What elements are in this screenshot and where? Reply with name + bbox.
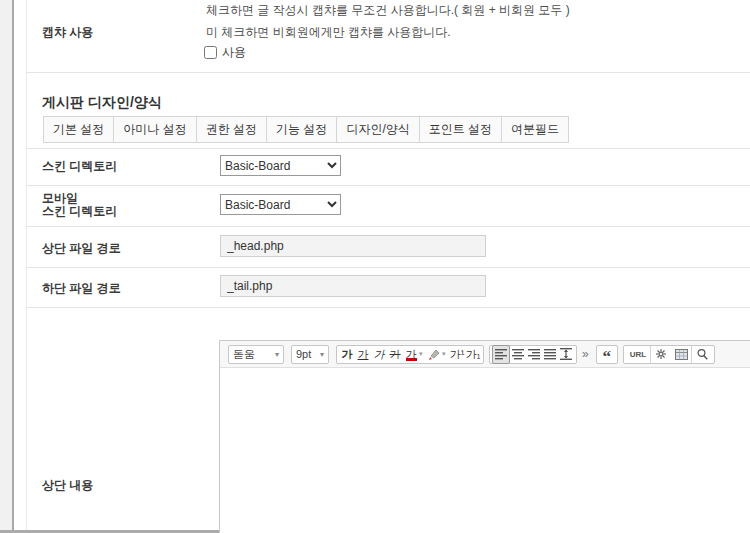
editor-toolbar: 돋움 ▾ 9pt ▾ 가 가 가 가 가 ▾ ▾ 가¹ 가₁	[220, 341, 750, 368]
row-separator	[26, 72, 750, 73]
row-separator	[26, 267, 750, 268]
blockquote-button[interactable]: “	[596, 345, 618, 364]
page-title: 게시판 디자인/양식	[42, 94, 162, 112]
highlight-color-button[interactable]	[426, 346, 442, 363]
align-group	[489, 345, 577, 364]
align-right-button[interactable]	[526, 346, 542, 363]
subscript-button[interactable]: 가₁	[465, 346, 481, 363]
italic-button[interactable]: 가	[371, 346, 387, 363]
tail-file-input[interactable]	[220, 275, 486, 297]
skin-dir-select[interactable]: Basic-Board	[220, 155, 341, 176]
editor-content-area[interactable]	[220, 368, 750, 533]
row-separator	[26, 226, 750, 227]
line-height-button[interactable]	[558, 346, 574, 363]
mobile-skin-dir-select[interactable]: Basic-Board	[220, 194, 341, 215]
head-file-input[interactable]	[220, 235, 486, 257]
chevron-down-icon: ▾	[320, 350, 324, 359]
page-left-gutter	[0, 0, 14, 533]
tab-design-format[interactable]: 디자인/양식	[336, 116, 419, 143]
skin-dir-label: 스킨 디렉토리	[42, 158, 117, 175]
font-size-value: 9pt	[296, 348, 311, 360]
insert-group: URL	[623, 345, 715, 364]
search-button[interactable]	[692, 346, 712, 363]
font-family-value: 돋움	[233, 347, 255, 362]
head-file-label: 상단 파일 경로	[42, 240, 121, 257]
captcha-use-checkbox[interactable]	[204, 46, 217, 59]
table-icon	[675, 349, 688, 360]
tab-point-settings[interactable]: 포인트 설정	[419, 116, 502, 143]
insert-table-button[interactable]	[671, 346, 691, 363]
bold-button[interactable]: 가	[339, 346, 355, 363]
strikethrough-button[interactable]: 가	[387, 346, 403, 363]
captcha-use-checkbox-label: 사용	[222, 44, 246, 61]
highlight-color-dropdown-arrow[interactable]: ▾	[442, 350, 449, 358]
special-char-button[interactable]	[651, 346, 671, 363]
row-separator	[26, 307, 750, 308]
superscript-button[interactable]: 가¹	[449, 346, 465, 363]
captcha-use-row: 사용	[204, 44, 246, 61]
search-icon	[696, 348, 709, 361]
tail-file-label: 하단 파일 경로	[42, 280, 121, 297]
align-center-button[interactable]	[510, 346, 526, 363]
text-style-group: 가 가 가 가 가 ▾ ▾ 가¹ 가₁	[336, 345, 484, 364]
font-family-dropdown[interactable]: 돋움 ▾	[228, 345, 284, 364]
tab-permission-settings[interactable]: 권한 설정	[196, 116, 267, 143]
more-tools-button[interactable]: »	[582, 347, 589, 361]
font-size-dropdown[interactable]: 9pt ▾	[291, 345, 329, 364]
mobile-skin-dir-label-line2: 스킨 디렉토리	[42, 203, 117, 220]
special-char-icon	[655, 348, 667, 360]
insert-link-button[interactable]: URL	[626, 350, 650, 359]
tab-extra-fields[interactable]: 여분필드	[501, 116, 569, 143]
row-separator	[26, 148, 750, 149]
chevron-down-icon: ▾	[275, 350, 279, 359]
tab-function-settings[interactable]: 기능 설정	[266, 116, 337, 143]
align-left-icon	[495, 348, 507, 360]
align-left-button[interactable]	[492, 345, 510, 364]
underline-button[interactable]: 가	[355, 346, 371, 363]
align-justify-icon	[544, 348, 556, 360]
align-justify-button[interactable]	[542, 346, 558, 363]
row-separator	[26, 185, 750, 186]
tab-amina-settings[interactable]: 아미나 설정	[113, 116, 196, 143]
captcha-desc-line1: 체크하면 글 작성시 캡챠를 무조건 사용합니다.( 회원 + 비회원 모두 )	[206, 2, 570, 19]
captcha-desc-line2: 미 체크하면 비회원에게만 캡챠를 사용합니다.	[206, 24, 451, 41]
tab-basic-settings[interactable]: 기본 설정	[43, 116, 114, 143]
align-center-icon	[512, 348, 524, 360]
head-content-editor: 돋움 ▾ 9pt ▾ 가 가 가 가 가 ▾ ▾ 가¹ 가₁	[219, 340, 750, 533]
highlighter-icon	[428, 348, 441, 361]
form-table-border	[26, 0, 27, 530]
settings-tab-bar: 기본 설정 아미나 설정 권한 설정 기능 설정 디자인/양식 포인트 설정 여…	[43, 116, 569, 143]
font-color-button[interactable]: 가	[406, 347, 417, 361]
align-right-icon	[528, 348, 540, 360]
head-content-label: 상단 내용	[42, 477, 93, 494]
font-color-dropdown-arrow[interactable]: ▾	[419, 350, 426, 358]
captcha-label: 캡챠 사용	[42, 24, 93, 41]
line-height-icon	[560, 348, 572, 360]
